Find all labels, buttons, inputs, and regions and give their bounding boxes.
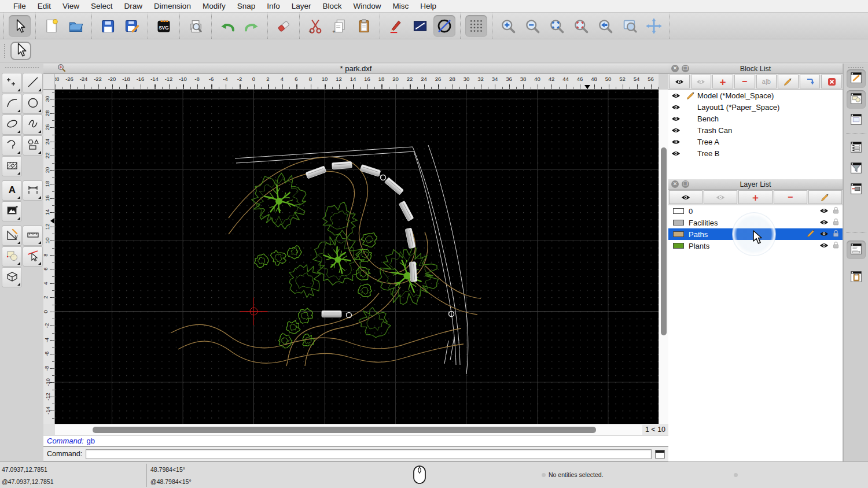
tool-line-button[interactable] bbox=[23, 73, 43, 93]
close-icon[interactable]: ✕ bbox=[671, 180, 679, 188]
layer-lock-icon[interactable] bbox=[833, 218, 839, 227]
document-title-bar[interactable]: * park.dxf bbox=[43, 64, 668, 74]
layer-visibility-icon[interactable] bbox=[819, 207, 829, 216]
filter-panel-toggle-button[interactable] bbox=[847, 160, 866, 178]
layer-row-0[interactable]: 0 bbox=[668, 205, 843, 217]
zoom-window-button[interactable] bbox=[619, 15, 641, 37]
tool-dimension-button[interactable] bbox=[23, 180, 43, 201]
block-visibility-icon[interactable] bbox=[668, 116, 683, 122]
block-visibility-icon[interactable] bbox=[668, 104, 683, 110]
menu-draw[interactable]: Draw bbox=[119, 0, 148, 12]
blank-window-toggle-button[interactable] bbox=[847, 111, 866, 130]
layer-visibility-icon[interactable] bbox=[819, 242, 829, 250]
horizontal-scrollbar[interactable] bbox=[55, 424, 642, 435]
block-visibility-icon[interactable] bbox=[668, 150, 683, 157]
menu-block[interactable]: Block bbox=[318, 0, 347, 12]
menu-snap[interactable]: Snap bbox=[232, 0, 261, 12]
new-document-button[interactable] bbox=[41, 15, 62, 37]
tool-tools-button[interactable] bbox=[2, 225, 22, 246]
tool-circle-button[interactable] bbox=[23, 94, 43, 114]
block-visibility-icon[interactable] bbox=[668, 139, 683, 145]
tool-points-button[interactable] bbox=[2, 73, 22, 93]
insert-block-button[interactable] bbox=[800, 75, 821, 88]
block-row[interactable]: Bench bbox=[668, 113, 843, 124]
block-row[interactable]: Layout1 (*Paper_Space) bbox=[668, 101, 843, 113]
block-row[interactable]: Trash Can bbox=[668, 124, 843, 136]
tool-solid-button[interactable] bbox=[2, 267, 22, 287]
menu-misc[interactable]: Misc bbox=[388, 0, 414, 12]
float-icon[interactable]: ❐ bbox=[682, 180, 689, 188]
redo-button[interactable] bbox=[241, 15, 263, 37]
hide-all-blocks-button[interactable] bbox=[691, 75, 712, 88]
tool-select-entity-button[interactable] bbox=[23, 246, 43, 267]
library-browser-toggle-button[interactable] bbox=[847, 180, 866, 199]
zoom-reset-button[interactable] bbox=[570, 15, 592, 37]
remove-layer-button[interactable]: − bbox=[774, 190, 807, 204]
add-block-button[interactable]: ＋ bbox=[712, 75, 733, 88]
zoom-in-button[interactable] bbox=[497, 15, 519, 37]
tool-options-select-button[interactable] bbox=[10, 42, 31, 60]
menu-window[interactable]: Window bbox=[348, 0, 387, 12]
remove-block-button[interactable]: − bbox=[734, 75, 755, 88]
command-input[interactable] bbox=[86, 449, 652, 459]
tool-image-button[interactable] bbox=[2, 201, 22, 221]
drawing-canvas[interactable] bbox=[55, 90, 659, 424]
layer-row-plants[interactable]: Plants bbox=[668, 240, 843, 252]
line-attributes-button[interactable] bbox=[409, 15, 431, 37]
vertical-scrollbar-thumb[interactable] bbox=[661, 147, 667, 335]
block-visibility-icon[interactable] bbox=[668, 93, 683, 99]
print-preview-button[interactable] bbox=[185, 15, 207, 37]
delete-block-button[interactable] bbox=[821, 75, 842, 88]
vertical-scrollbar[interactable] bbox=[659, 90, 668, 424]
clipboard-panel-toggle-button[interactable] bbox=[847, 268, 866, 287]
zoom-out-button[interactable] bbox=[521, 15, 543, 37]
tool-hatch-button[interactable] bbox=[2, 156, 22, 176]
command-window-toggle-button[interactable] bbox=[655, 450, 665, 459]
delete-selected-button[interactable] bbox=[273, 15, 295, 37]
float-icon[interactable]: ❐ bbox=[682, 65, 689, 72]
grid-toggle-button[interactable] bbox=[465, 15, 487, 37]
block-list-title-bar[interactable]: ✕ ❐ Block List bbox=[668, 64, 843, 74]
menu-modify[interactable]: Modify bbox=[197, 0, 231, 12]
pen-toolbar-toggle-button[interactable] bbox=[847, 69, 866, 88]
list-panel-toggle-button[interactable] bbox=[847, 139, 866, 157]
save-button[interactable] bbox=[97, 15, 119, 37]
undo-button[interactable] bbox=[216, 15, 238, 37]
modify-toolbar-toggle-button[interactable] bbox=[847, 90, 866, 109]
copy-button[interactable]: + bbox=[329, 15, 351, 37]
export-svg-button[interactable]: SVG bbox=[153, 15, 175, 37]
close-icon[interactable]: ✕ bbox=[671, 65, 679, 72]
add-layer-button[interactable]: ＋ bbox=[738, 190, 772, 204]
edit-layer-button[interactable] bbox=[808, 190, 842, 204]
tool-text-button[interactable]: A bbox=[2, 180, 22, 201]
layer-row-paths[interactable]: Paths bbox=[668, 228, 843, 240]
show-all-layers-button[interactable] bbox=[669, 190, 703, 204]
save-as-button[interactable] bbox=[121, 15, 143, 37]
horizontal-scrollbar-thumb[interactable] bbox=[93, 427, 596, 433]
rename-block-button[interactable]: a|b bbox=[756, 75, 777, 88]
cut-button[interactable]: + bbox=[304, 15, 326, 37]
tool-freehand-button[interactable] bbox=[23, 114, 43, 135]
zoom-auto-button[interactable] bbox=[546, 15, 568, 37]
open-file-button[interactable] bbox=[65, 15, 87, 37]
layer-visibility-icon[interactable] bbox=[819, 219, 829, 227]
block-row[interactable]: Tree A bbox=[668, 136, 843, 147]
menu-layer[interactable]: Layer bbox=[286, 0, 317, 12]
menu-edit[interactable]: Edit bbox=[32, 0, 56, 12]
menu-help[interactable]: Help bbox=[415, 0, 442, 12]
menu-info[interactable]: Info bbox=[262, 0, 285, 12]
zoom-pan-button[interactable] bbox=[643, 15, 665, 37]
layer-list-title-bar[interactable]: ✕ ❐ Layer List bbox=[668, 179, 843, 190]
select-arrow-button[interactable] bbox=[9, 15, 31, 37]
block-row[interactable]: Model (*Model_Space) bbox=[668, 90, 843, 101]
menu-dimension[interactable]: Dimension bbox=[149, 0, 196, 12]
menu-select[interactable]: Select bbox=[86, 0, 118, 12]
zoom-previous-button[interactable] bbox=[594, 15, 616, 37]
block-row[interactable]: Tree B bbox=[668, 147, 843, 159]
layer-visibility-icon[interactable] bbox=[819, 230, 829, 239]
edit-block-button[interactable] bbox=[778, 75, 799, 88]
layer-lock-icon[interactable] bbox=[833, 241, 839, 250]
tool-modify-button[interactable] bbox=[2, 246, 22, 267]
command-window-toggle-button[interactable] bbox=[847, 241, 866, 259]
layer-lock-icon[interactable] bbox=[833, 206, 839, 216]
